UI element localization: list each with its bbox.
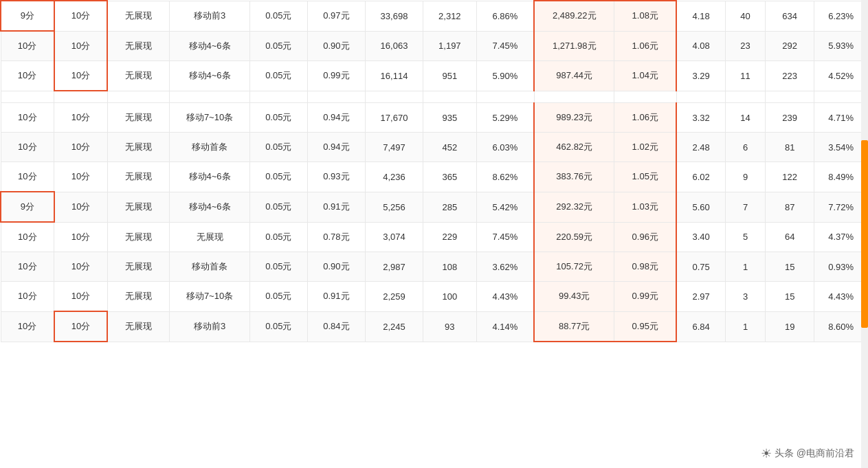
- cell-row6-col4: 移动首条: [170, 133, 249, 162]
- cell-row7-col12: 6.02: [676, 162, 725, 192]
- cell-row1-col7: 33,698: [365, 1, 423, 31]
- cell-row10-col3: 无展现: [107, 252, 170, 282]
- cell-row1-col6: 0.97元: [307, 1, 365, 31]
- cell-row2-col15: 5.93%: [814, 31, 868, 61]
- cell-row12-col2: 10分: [54, 311, 108, 342]
- cell-row2-col9: 7.45%: [476, 31, 534, 61]
- cell-row6-col3: 无展现: [107, 133, 170, 162]
- cell-row5-col9: 5.29%: [476, 103, 534, 133]
- table-row: 10分10分无展现移动7~10条0.05元0.94元17,6709355.29%…: [1, 103, 868, 133]
- cell-row9-col6: 0.78元: [307, 222, 365, 252]
- cell-row12-col10: 88.77元: [534, 311, 614, 342]
- cell-row8-col13: 7: [725, 192, 765, 222]
- cell-row11-col11: 0.99元: [614, 282, 677, 312]
- cell-row1-col3: 无展现: [107, 1, 170, 31]
- cell-row8-col10: 292.32元: [534, 192, 614, 222]
- cell-row5-col1: 10分: [1, 103, 54, 133]
- cell-row11-col8: 100: [423, 282, 477, 312]
- cell-row9-col15: 4.37%: [814, 222, 868, 252]
- table-row: 10分10分无展现移动首条0.05元0.90元2,9871083.62%105.…: [1, 252, 868, 282]
- cell-row12-col1: 10分: [1, 311, 54, 342]
- cell-row1-col5: 0.05元: [249, 1, 307, 31]
- cell-row8-col3: 无展现: [107, 192, 170, 222]
- cell-row6-col15: 3.54%: [814, 133, 868, 162]
- cell-row1-col1: 9分: [1, 1, 54, 31]
- cell-row12-col15: 8.60%: [814, 311, 868, 342]
- cell-row9-col7: 3,074: [365, 222, 423, 252]
- cell-row8-col14: 87: [766, 192, 814, 222]
- scroll-thumb[interactable]: [861, 140, 868, 327]
- cell-row5-col14: 239: [766, 103, 814, 133]
- cell-row7-col11: 1.05元: [614, 162, 677, 192]
- cell-row1-col9: 6.86%: [476, 1, 534, 31]
- cell-row3-col3: 无展现: [107, 61, 170, 91]
- cell-row12-col6: 0.84元: [307, 311, 365, 342]
- cell-row7-col8: 365: [423, 162, 477, 192]
- cell-row2-col1: 10分: [1, 31, 54, 61]
- cell-row12-col13: 1: [725, 311, 765, 342]
- cell-row3-col8: 951: [423, 61, 477, 91]
- cell-row5-col2: 10分: [54, 103, 108, 133]
- cell-row2-col12: 4.08: [676, 31, 725, 61]
- cell-row10-col4: 移动首条: [170, 252, 249, 282]
- cell-row10-col12: 0.75: [676, 252, 725, 282]
- cell-row10-col13: 1: [725, 252, 765, 282]
- cell-row11-col14: 15: [766, 282, 814, 312]
- cell-row5-col12: 3.32: [676, 103, 725, 133]
- cell-row12-col9: 4.14%: [476, 311, 534, 342]
- table-row: 9分10分无展现移动4~6条0.05元0.91元5,2562855.42%292…: [1, 192, 868, 222]
- cell-row11-col2: 10分: [54, 282, 108, 312]
- cell-row11-col6: 0.91元: [307, 282, 365, 312]
- cell-row3-col15: 4.52%: [814, 61, 868, 91]
- cell-row3-col9: 5.90%: [476, 61, 534, 91]
- cell-row11-col9: 4.43%: [476, 282, 534, 312]
- cell-row12-col11: 0.95元: [614, 311, 677, 342]
- cell-row1-col13: 40: [725, 1, 765, 31]
- cell-row3-col4: 移动4~6条: [170, 61, 249, 91]
- cell-row2-col3: 无展现: [107, 31, 170, 61]
- scroll-bar[interactable]: [861, 0, 868, 468]
- cell-row11-col13: 3: [725, 282, 765, 312]
- cell-row8-col8: 285: [423, 192, 477, 222]
- cell-row5-col15: 4.71%: [814, 103, 868, 133]
- cell-row11-col1: 10分: [1, 282, 54, 312]
- cell-row6-col13: 6: [725, 133, 765, 162]
- cell-row2-col7: 16,063: [365, 31, 423, 61]
- cell-row5-col4: 移动7~10条: [170, 103, 249, 133]
- cell-row9-col2: 10分: [54, 222, 108, 252]
- cell-row8-col4: 移动4~6条: [170, 192, 249, 222]
- cell-row12-col7: 2,245: [365, 311, 423, 342]
- cell-row3-col2: 10分: [54, 61, 108, 91]
- cell-row9-col10: 220.59元: [534, 222, 614, 252]
- cell-row8-col2: 10分: [54, 192, 108, 222]
- cell-row12-col8: 93: [423, 311, 477, 342]
- cell-row5-col5: 0.05元: [249, 103, 307, 133]
- cell-row6-col7: 7,497: [365, 133, 423, 162]
- cell-row9-col3: 无展现: [107, 222, 170, 252]
- cell-row9-col14: 64: [766, 222, 814, 252]
- cell-row10-col2: 10分: [54, 252, 108, 282]
- cell-row9-col11: 0.96元: [614, 222, 677, 252]
- cell-row11-col10: 99.43元: [534, 282, 614, 312]
- cell-row8-col6: 0.91元: [307, 192, 365, 222]
- cell-row3-col7: 16,114: [365, 61, 423, 91]
- cell-row1-col14: 634: [766, 1, 814, 31]
- cell-row5-col3: 无展现: [107, 103, 170, 133]
- cell-row12-col12: 6.84: [676, 311, 725, 342]
- table-row: 10分10分无展现移动首条0.05元0.94元7,4974526.03%462.…: [1, 133, 868, 162]
- cell-row3-col12: 3.29: [676, 61, 725, 91]
- cell-row7-col10: 383.76元: [534, 162, 614, 192]
- cell-row6-col9: 6.03%: [476, 133, 534, 162]
- cell-row3-col5: 0.05元: [249, 61, 307, 91]
- cell-row5-col13: 14: [725, 103, 765, 133]
- cell-row3-col1: 10分: [1, 61, 54, 91]
- cell-row8-col1: 9分: [1, 192, 54, 222]
- cell-row11-col12: 2.97: [676, 282, 725, 312]
- cell-row2-col14: 292: [766, 31, 814, 61]
- cell-row1-col4: 移动前3: [170, 1, 249, 31]
- watermark-text: 头条 @电商前沿君: [775, 447, 854, 460]
- cell-row6-col5: 0.05元: [249, 133, 307, 162]
- cell-row12-col4: 移动前3: [170, 311, 249, 342]
- cell-row6-col8: 452: [423, 133, 477, 162]
- table-container: 9分10分无展现移动前30.05元0.97元33,6982,3126.86%2,…: [0, 0, 868, 468]
